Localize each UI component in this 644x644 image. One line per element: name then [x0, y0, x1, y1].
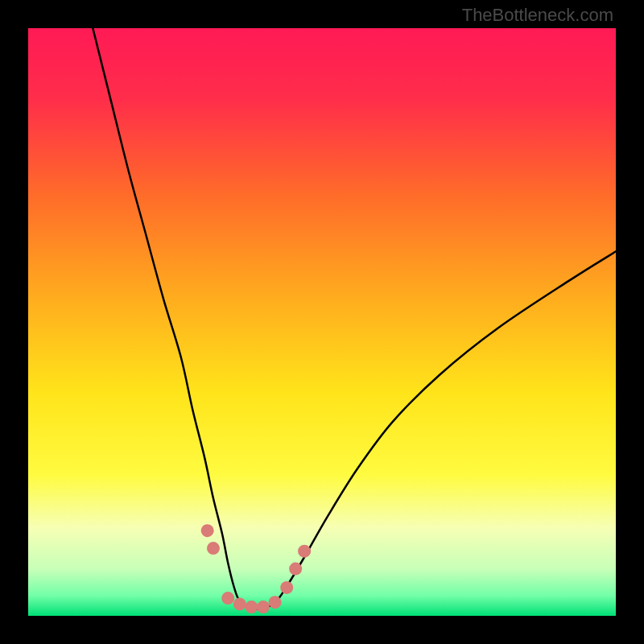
- highlight-dot: [257, 601, 270, 613]
- highlight-dot: [245, 601, 258, 613]
- highlight-dot: [269, 596, 282, 609]
- plot-area: [28, 28, 616, 616]
- highlight-dot: [201, 524, 214, 537]
- watermark-text: TheBottleneck.com: [462, 5, 613, 26]
- highlight-dot: [207, 542, 220, 555]
- highlight-dot: [221, 592, 234, 605]
- highlight-dot: [280, 581, 293, 594]
- highlight-dots: [201, 524, 311, 613]
- highlight-dot: [298, 545, 311, 558]
- highlight-dot: [289, 563, 302, 576]
- curve-layer: [28, 28, 616, 616]
- bottleneck-curve: [93, 28, 616, 609]
- highlight-dot: [233, 597, 246, 610]
- chart-frame: TheBottleneck.com: [0, 0, 644, 644]
